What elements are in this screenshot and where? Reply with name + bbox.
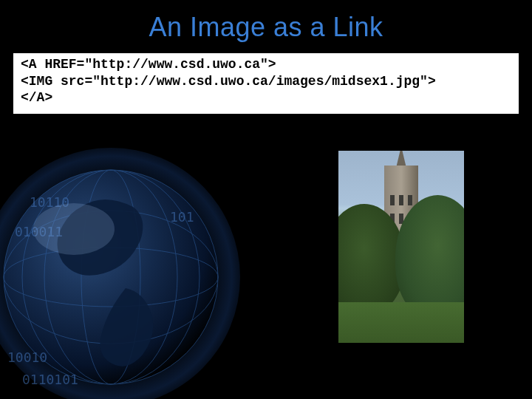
code-line-1: <A HREF="http://www.csd.uwo.ca">: [21, 57, 276, 72]
svg-text:101: 101: [170, 209, 194, 225]
images-row: 10110 010011 10010 0110101 101: [0, 133, 532, 399]
code-line-2: <IMG src="http://www.csd.uwo.ca/images/m…: [21, 74, 436, 89]
svg-text:0110101: 0110101: [22, 372, 78, 387]
digital-globe-icon: 10110 010011 10010 0110101 101: [0, 140, 244, 399]
code-line-3: </A>: [21, 90, 52, 105]
code-example-box: <A HREF="http://www.csd.uwo.ca"> <IMG sr…: [13, 53, 519, 114]
svg-point-13: [33, 203, 115, 255]
svg-text:10010: 10010: [7, 349, 47, 365]
university-tower-photo-icon: [338, 151, 464, 343]
slide-title: An Image as a Link: [0, 0, 532, 43]
